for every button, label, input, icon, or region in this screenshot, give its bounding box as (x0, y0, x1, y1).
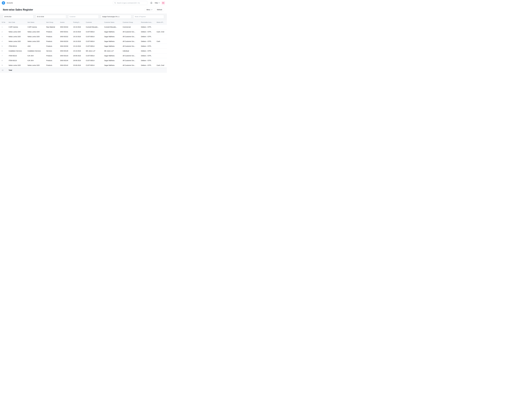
column-header-posting-date[interactable]: Posting D... (71, 20, 84, 25)
cell-customer-group[interactable]: All Customer Gro... (121, 34, 139, 39)
cell-sr-no[interactable]: 10 (0, 68, 7, 72)
cell-sr-no[interactable]: 9 (0, 63, 7, 68)
cell-sr-no[interactable]: 3 (0, 34, 7, 39)
cell-mode-of-payment[interactable] (155, 68, 167, 72)
cell-item-name[interactable]: KJH JKH (26, 58, 45, 63)
cell-item-code[interactable]: S MP Camera (7, 25, 26, 29)
cell-sr-no[interactable]: 1 (0, 25, 7, 29)
refresh-button[interactable]: Refresh (155, 8, 164, 12)
cell-item-name[interactable] (26, 68, 45, 72)
cell-posting-date[interactable]: 18-10-2018 (71, 34, 84, 39)
cell-posting-date[interactable]: 28-09-2018 (71, 53, 84, 58)
cell-item-group[interactable]: Products (45, 34, 58, 39)
cell-invoice[interactable]: SINV-00143 (58, 53, 71, 58)
cell-customer[interactable]: CUST-00014 (84, 34, 102, 39)
cell-item-group[interactable]: Raw Material (45, 25, 58, 29)
cell-sr-no[interactable]: 4 (0, 39, 7, 44)
cell-item-code[interactable]: ITEM-00210 (7, 58, 26, 63)
cell-customer-name[interactable]: Sagar Malhotra (102, 39, 121, 44)
cell-customer-name[interactable]: Sagar Malhotra (102, 44, 121, 48)
cell-item-code[interactable]: ITEM-00214 (7, 44, 26, 48)
cell-customer-name[interactable]: Sagar Malhotra (102, 63, 121, 68)
cell-item-group[interactable]: Products (45, 58, 58, 63)
cell-item-group[interactable]: Products (45, 53, 58, 58)
cell-customer-group[interactable]: All Customer Gro... (121, 44, 139, 48)
cell-customer-name[interactable] (102, 68, 121, 72)
column-header-item-group[interactable]: Item Group (45, 20, 58, 25)
cell-customer-name[interactable]: Sagar Malhotra (102, 29, 121, 34)
cell-posting-date[interactable]: 18-10-2018 (71, 29, 84, 34)
to-date-filter[interactable] (35, 15, 66, 19)
user-avatar[interactable]: BS (162, 1, 165, 5)
cell-posting-date[interactable]: 15-10-2018 (71, 49, 84, 53)
cell-posting-date[interactable]: 19-10-2018 (71, 25, 84, 29)
cell-item-code[interactable]: Nokia Lumia 1020 (7, 34, 26, 39)
cell-invoice[interactable]: SINV-00149 (58, 49, 71, 53)
cell-item-name[interactable]: Nokia Lumia 1020 (26, 29, 45, 34)
cell-sr-no[interactable]: 2 (0, 29, 7, 34)
cell-sr-no[interactable]: 7 (0, 53, 7, 58)
cell-receivable-account[interactable] (139, 68, 155, 72)
column-header-invoice[interactable]: Invoice (58, 20, 71, 25)
search-input[interactable] (117, 2, 146, 4)
cell-customer-name[interactable]: Sagar Malhotra (102, 53, 121, 58)
cell-receivable-account[interactable]: Debtors - GTPL (139, 63, 155, 68)
cell-receivable-account[interactable]: Debtors - GTPL (139, 34, 155, 39)
cell-item-group[interactable]: Products (45, 39, 58, 44)
cell-mode-of-payment[interactable] (155, 58, 167, 63)
cell-sr-no[interactable]: 8 (0, 58, 7, 63)
cell-invoice[interactable]: SINV-00153 (58, 39, 71, 44)
cell-invoice[interactable] (58, 68, 71, 72)
notifications-button[interactable] (150, 2, 152, 4)
cell-mode-of-payment[interactable] (155, 34, 167, 39)
cell-sr-no[interactable]: 5 (0, 44, 7, 48)
cell-item-group[interactable]: Products (45, 63, 58, 68)
cell-item-group[interactable]: Services (45, 49, 58, 53)
cell-item-group[interactable]: Products (45, 44, 58, 48)
cell-item-name[interactable]: S MP Camera (26, 25, 45, 29)
cell-customer-name[interactable]: Sagar Malhotra (102, 34, 121, 39)
cell-customer-group[interactable]: All Customer Gro... (121, 39, 139, 44)
cell-customer[interactable]: CUST-00014 (84, 53, 102, 58)
cell-posting-date[interactable]: 15-10-2018 (71, 44, 84, 48)
cell-sr-no[interactable]: 6 (0, 49, 7, 53)
column-header-sr-no[interactable]: Sr No (0, 20, 7, 25)
global-search[interactable] (113, 1, 147, 5)
cell-customer-name[interactable]: Sagar Malhotra (102, 58, 121, 63)
cell-mode-of-payment[interactable]: Cash, Cred (155, 63, 167, 68)
column-header-customer-group[interactable]: Customer Group (121, 20, 139, 25)
cell-invoice[interactable]: SINV-00142 (58, 63, 71, 68)
mode-of-payment-filter[interactable] (133, 15, 164, 19)
cell-customer-group[interactable]: All Customer Gro... (121, 29, 139, 34)
cell-invoice[interactable]: SINV-00144 (58, 58, 71, 63)
cell-item-code[interactable]: Installation Services (7, 49, 26, 53)
cell-invoice[interactable]: SINV-00150 (58, 44, 71, 48)
cell-customer[interactable]: CUST-00014 (84, 29, 102, 34)
cell-mode-of-payment[interactable]: Cash (155, 39, 167, 44)
from-date-filter[interactable] (3, 15, 34, 19)
cell-invoice[interactable]: SINV-00151 (58, 29, 71, 34)
cell-posting-date[interactable] (71, 68, 84, 72)
cell-customer-name[interactable]: MK Jores LLP (102, 49, 121, 53)
column-header-item-code[interactable]: Item Code (7, 20, 26, 25)
cell-item-group[interactable] (45, 68, 58, 72)
cell-customer-group[interactable]: Individual (121, 49, 139, 53)
cell-mode-of-payment[interactable] (155, 53, 167, 58)
column-header-customer[interactable]: Customer (84, 20, 102, 25)
cell-customer-group[interactable]: Commercial (121, 25, 139, 29)
cell-customer-name[interactable]: Curiositi Educatio... (102, 25, 121, 29)
cell-customer-group[interactable]: All Customer Gro... (121, 53, 139, 58)
cell-posting-date[interactable]: 18-10-2018 (71, 39, 84, 44)
cell-invoice[interactable]: SINV-00152 (58, 34, 71, 39)
cell-item-name[interactable]: Installation Services (26, 49, 45, 53)
cell-mode-of-payment[interactable] (155, 49, 167, 53)
cell-item-name[interactable]: Nokia Lumia 1020 (26, 39, 45, 44)
cell-receivable-account[interactable]: Debtors - GTPL (139, 29, 155, 34)
cell-item-name[interactable]: KJH JKH (26, 53, 45, 58)
cell-mode-of-payment[interactable] (155, 25, 167, 29)
cell-item-code[interactable]: Nokia Lumia 1020 (7, 39, 26, 44)
column-header-mode-of-payment[interactable]: Mode of P... (155, 20, 167, 25)
cell-item-code[interactable]: Nokia Lumia 1020 (7, 63, 26, 68)
cell-item-name[interactable]: ASD (26, 44, 45, 48)
cell-customer[interactable]: CUST-00014 (84, 44, 102, 48)
